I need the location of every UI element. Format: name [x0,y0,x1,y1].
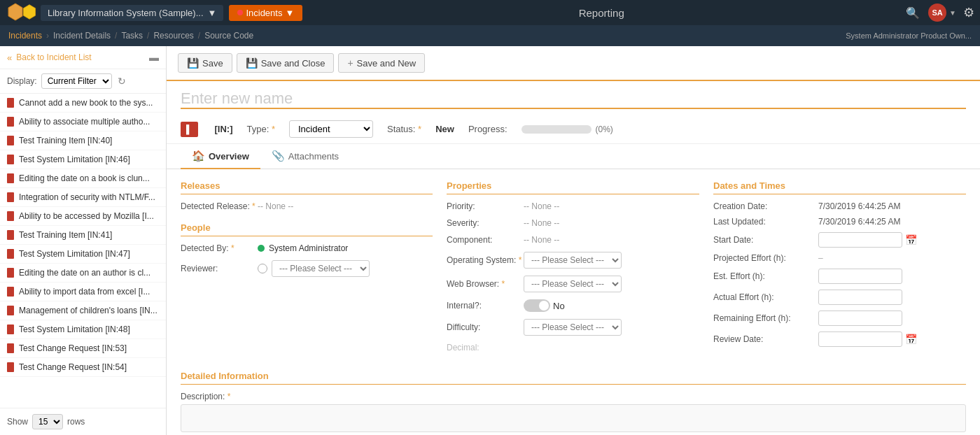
review-date-row: Review Date: 📅 [713,331,966,347]
sidebar-collapse-button[interactable]: ▬ [149,52,159,63]
logo-yellow-hex[interactable] [21,3,38,22]
severity-value: -- None -- [524,218,559,228]
type-required-star: * [272,124,275,134]
item-text: Test Change Request [IN:53] [19,343,127,353]
list-item[interactable]: Test Training Item [IN:41] [0,226,166,245]
reviewer-select[interactable]: --- Please Select --- [272,260,370,277]
releases-people-section: Releases Detected Release: * -- None -- … [181,180,433,359]
user-avatar[interactable]: SA [928,3,946,22]
gear-icon[interactable]: ⚙ [963,5,974,20]
os-select[interactable]: --- Please Select --- [524,252,622,269]
reporting-button[interactable]: Reporting [305,7,897,19]
back-to-list-link[interactable]: Back to Incident List [16,52,91,62]
show-count-select[interactable]: 15 [32,414,63,429]
component-row: Component: -- None -- [447,235,699,245]
review-date-input[interactable] [818,331,902,347]
start-date-input[interactable] [818,232,902,248]
type-select[interactable]: Incident [289,120,373,138]
list-item[interactable]: Test System Limitation [IN:46] [0,150,166,169]
est-effort-row: Est. Effort (h): [713,269,966,284]
search-icon[interactable]: 🔍 [900,6,925,20]
component-value: -- None -- [524,235,559,245]
reviewer-label: Reviewer: [181,264,258,273]
internal-row: Internal?: No [447,299,699,312]
toolbar: 💾 Save 💾 Save and Close + Save and New [167,46,980,81]
app-dropdown-button[interactable]: Library Information System (Sample)... ▼ [41,5,223,21]
list-item[interactable]: Editing the date on an author is cl... [0,264,166,283]
save-close-button[interactable]: 💾 Save and Close [237,53,335,73]
severity-row: Severity: -- None -- [447,218,699,228]
difficulty-select[interactable]: --- Please Select --- [524,319,622,336]
people-title: People [181,222,433,236]
reviewer-row: Reviewer: --- Please Select --- [181,260,433,277]
detected-by-row: Detected By: * System Administrator [181,243,433,253]
description-area[interactable] [181,404,966,432]
progress-percent: (0%) [596,124,613,134]
list-item[interactable]: Test System Limitation [IN:47] [0,245,166,264]
list-item[interactable]: Test System Limitation [IN:48] [0,320,166,339]
breadcrumb-tasks[interactable]: Tasks [121,31,143,41]
properties-section: Properties Priority: -- None -- Severity… [447,180,699,359]
sidebar-filter: Display: Current Filter ↻ [0,69,166,94]
list-item[interactable]: Management of children's loans [IN... [0,301,166,320]
start-date-calendar-icon[interactable]: 📅 [905,234,917,245]
list-item[interactable]: Ability to import data from excel [I... [0,283,166,301]
browser-row: Web Browser: * --- Please Select --- [447,276,699,292]
tab-overview[interactable]: 🏠 Overview [181,144,260,169]
item-flag [7,230,14,240]
internal-toggle[interactable] [524,299,550,312]
save-new-button[interactable]: + Save and New [338,53,425,73]
sidebar-footer: Show 15 rows [0,408,166,435]
save-icon: 💾 [187,57,199,69]
incident-id: [IN:] [215,124,233,134]
breadcrumb-incident-details[interactable]: Incident Details [53,31,111,41]
item-flag [7,155,14,164]
item-text: Cannot add a new book to the sys... [19,98,153,108]
remaining-effort-input[interactable] [818,311,902,326]
browser-select[interactable]: --- Please Select --- [524,276,622,292]
item-flag [7,343,14,353]
actual-effort-label: Actual Effort (h): [713,292,818,302]
dates-section: Dates and Times Creation Date: 7/30/2019… [713,180,966,359]
display-label: Display: [7,76,37,86]
list-item[interactable]: Integration of security with NTLM/F... [0,188,166,207]
incidents-button[interactable]: Incidents ▼ [229,5,302,21]
save-new-label: Save and New [357,58,416,69]
filter-select[interactable]: Current Filter [41,73,112,89]
internal-value: No [553,301,565,311]
review-date-calendar-icon[interactable]: 📅 [905,334,917,345]
component-label: Component: [447,235,524,245]
list-item[interactable]: Ability to associate multiple autho... [0,113,166,131]
reporting-label: Reporting [579,7,624,19]
item-text: Management of children's loans [IN... [19,306,158,315]
list-item[interactable]: Ability to be accessed by Mozilla [I... [0,207,166,226]
detected-by-req: * [231,243,234,253]
breadcrumb-source-code[interactable]: Source Code [204,31,253,41]
est-effort-input[interactable] [818,269,902,284]
breadcrumb-incidents[interactable]: Incidents [8,31,42,41]
save-button[interactable]: 💾 Save [178,53,232,73]
list-item[interactable]: Test Change Request [IN:54] [0,358,166,377]
difficulty-label: Difficulty: [447,322,524,332]
start-date-label: Start Date: [713,235,818,245]
status-required-star: * [418,124,421,134]
incidents-dot [237,10,243,15]
breadcrumb-resources[interactable]: Resources [153,31,193,41]
remaining-effort-label: Remaining Effort (h): [713,313,818,323]
tab-attachments[interactable]: 📎 Attachments [260,144,350,169]
incident-name-input[interactable] [181,90,966,109]
actual-effort-input[interactable] [818,290,902,305]
list-item[interactable]: Test Training Item [IN:40] [0,131,166,150]
list-item[interactable]: Cannot add a new book to the sys... [0,94,166,113]
last-updated-label: Last Updated: [713,217,818,227]
list-item[interactable]: Editing the date on a book is clun... [0,169,166,188]
sections-container: Releases Detected Release: * -- None -- … [167,169,980,371]
description-label: Description: * [181,392,966,401]
creation-date-value: 7/30/2019 6:44:25 AM [818,201,900,211]
detected-by-label: Detected By: * [181,243,258,253]
refresh-icon[interactable]: ↻ [118,76,126,87]
breadcrumb: Incidents › Incident Details / Tasks / R… [0,25,980,46]
reviewer-radio[interactable] [258,264,267,273]
list-item[interactable]: Test Change Request [IN:53] [0,339,166,358]
item-text: Test Change Request [IN:54] [19,362,127,372]
